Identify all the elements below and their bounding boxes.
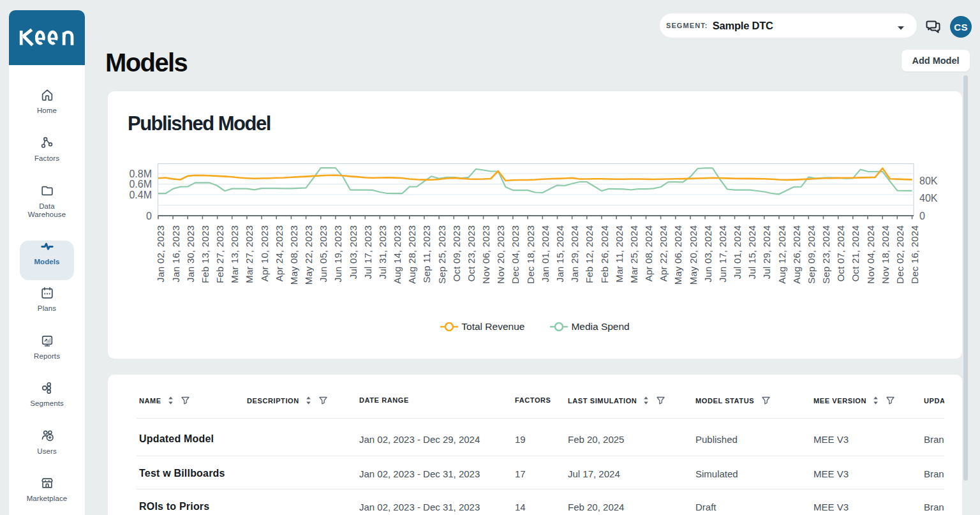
svg-text:40K: 40K xyxy=(919,193,938,204)
svg-text:Dec 04, 2023: Dec 04, 2023 xyxy=(510,225,521,284)
svg-text:Jul 01, 2024: Jul 01, 2024 xyxy=(732,225,743,279)
svg-text:Jul 03, 2023: Jul 03, 2023 xyxy=(348,225,359,279)
svg-text:Nov 04, 2024: Nov 04, 2024 xyxy=(865,225,876,284)
svg-text:Dec 02, 2024: Dec 02, 2024 xyxy=(895,225,905,284)
svg-text:Jun 17, 2024: Jun 17, 2024 xyxy=(717,225,728,282)
svg-text:Dec 18, 2023: Dec 18, 2023 xyxy=(525,225,536,284)
svg-text:0.8M: 0.8M xyxy=(129,168,152,179)
svg-text:0: 0 xyxy=(919,211,925,221)
svg-text:80K: 80K xyxy=(919,175,938,186)
svg-text:Feb 27, 2023: Feb 27, 2023 xyxy=(214,225,225,283)
svg-text:Jul 31, 2023: Jul 31, 2023 xyxy=(377,225,388,279)
svg-text:Jun 03, 2024: Jun 03, 2024 xyxy=(702,225,713,282)
svg-text:Apr 24, 2023: Apr 24, 2023 xyxy=(274,225,285,281)
svg-text:Oct 21, 2024: Oct 21, 2024 xyxy=(850,225,861,281)
svg-text:May 22, 2023: May 22, 2023 xyxy=(303,225,314,285)
svg-text:Mar 27, 2023: Mar 27, 2023 xyxy=(244,225,255,283)
svg-text:Jul 29, 2024: Jul 29, 2024 xyxy=(761,225,772,279)
svg-text:0: 0 xyxy=(146,211,152,221)
svg-text:Jan 01, 2024: Jan 01, 2024 xyxy=(540,225,551,282)
svg-text:Dec 16, 2024: Dec 16, 2024 xyxy=(909,225,920,284)
svg-text:Sep 09, 2024: Sep 09, 2024 xyxy=(806,225,817,284)
svg-text:Jan 16, 2023: Jan 16, 2023 xyxy=(170,225,181,282)
svg-text:Oct 09, 2023: Oct 09, 2023 xyxy=(451,225,462,281)
svg-text:Jun 19, 2023: Jun 19, 2023 xyxy=(332,225,343,282)
svg-text:Oct 23, 2023: Oct 23, 2023 xyxy=(466,225,477,281)
svg-text:Mar 25, 2024: Mar 25, 2024 xyxy=(628,225,639,283)
svg-text:Mar 11, 2024: Mar 11, 2024 xyxy=(614,225,625,283)
svg-text:Nov 20, 2023: Nov 20, 2023 xyxy=(495,225,506,284)
svg-text:Jan 29, 2024: Jan 29, 2024 xyxy=(569,225,580,282)
svg-text:Jul 15, 2024: Jul 15, 2024 xyxy=(746,225,757,279)
svg-text:Feb 26, 2024: Feb 26, 2024 xyxy=(599,225,610,283)
svg-text:Sep 25, 2023: Sep 25, 2023 xyxy=(436,225,447,284)
svg-text:0.6M: 0.6M xyxy=(129,179,152,190)
svg-text:Jan 15, 2024: Jan 15, 2024 xyxy=(554,225,565,282)
svg-text:Apr 22, 2024: Apr 22, 2024 xyxy=(658,225,669,281)
svg-text:May 20, 2024: May 20, 2024 xyxy=(688,225,699,285)
svg-text:Jan 30, 2023: Jan 30, 2023 xyxy=(185,225,196,282)
svg-text:May 08, 2023: May 08, 2023 xyxy=(288,225,299,285)
svg-text:Apr 10, 2023: Apr 10, 2023 xyxy=(259,225,270,281)
svg-text:Mar 13, 2023: Mar 13, 2023 xyxy=(229,225,240,283)
svg-text:Aug 12, 2024: Aug 12, 2024 xyxy=(776,225,787,284)
svg-text:Jun 05, 2023: Jun 05, 2023 xyxy=(318,225,329,282)
svg-text:Sep 11, 2023: Sep 11, 2023 xyxy=(421,225,432,283)
svg-text:Sep 23, 2024: Sep 23, 2024 xyxy=(820,225,831,284)
svg-text:Apr 08, 2024: Apr 08, 2024 xyxy=(643,225,654,281)
svg-text:Aug 14, 2023: Aug 14, 2023 xyxy=(392,225,403,284)
svg-text:Aug 28, 2023: Aug 28, 2023 xyxy=(406,225,417,284)
svg-text:Oct 07, 2024: Oct 07, 2024 xyxy=(835,225,846,281)
svg-text:Jul 17, 2023: Jul 17, 2023 xyxy=(362,225,373,279)
svg-text:May 06, 2024: May 06, 2024 xyxy=(672,225,683,285)
svg-text:Feb 13, 2023: Feb 13, 2023 xyxy=(200,225,211,283)
svg-text:Aug 26, 2024: Aug 26, 2024 xyxy=(791,225,802,284)
svg-text:Feb 12, 2024: Feb 12, 2024 xyxy=(584,225,595,283)
svg-text:Nov 18, 2024: Nov 18, 2024 xyxy=(880,225,891,284)
svg-text:Jan 02, 2023: Jan 02, 2023 xyxy=(155,225,166,282)
svg-text:0.4M: 0.4M xyxy=(129,190,152,200)
svg-text:Nov 06, 2023: Nov 06, 2023 xyxy=(480,225,491,284)
